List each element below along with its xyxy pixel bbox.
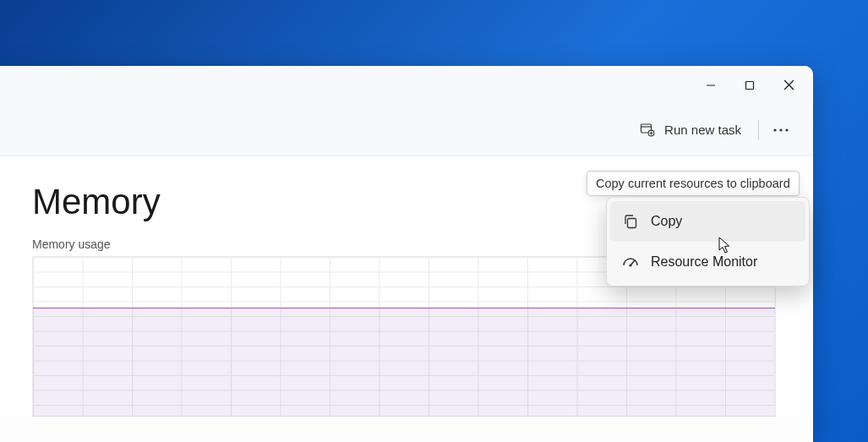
toolbar-divider	[758, 120, 759, 140]
menu-item-copy-label: Copy	[651, 214, 682, 229]
toolbar: Run new task	[0, 104, 813, 156]
svg-point-9	[773, 128, 776, 131]
close-icon	[783, 79, 794, 90]
menu-item-resource-monitor-label: Resource Monitor	[651, 254, 757, 270]
run-task-icon	[639, 122, 656, 139]
svg-point-10	[779, 128, 782, 131]
svg-rect-1	[746, 81, 754, 89]
maximize-button[interactable]	[730, 68, 769, 102]
copy-icon	[622, 213, 639, 230]
more-icon	[773, 128, 789, 132]
chart-fill	[33, 308, 775, 417]
more-options-menu: Copy Resource Monitor	[606, 197, 810, 286]
close-button[interactable]	[769, 68, 808, 102]
minimize-button[interactable]	[691, 68, 730, 102]
titlebar	[0, 66, 813, 104]
gauge-icon	[622, 254, 639, 270]
run-new-task-button[interactable]: Run new task	[629, 115, 751, 145]
menu-item-copy[interactable]: Copy	[610, 201, 805, 242]
more-options-button[interactable]	[766, 115, 796, 145]
maximize-icon	[745, 80, 755, 90]
copy-tooltip: Copy current resources to clipboard	[587, 171, 800, 196]
run-new-task-label: Run new task	[664, 123, 741, 137]
svg-point-11	[785, 128, 788, 131]
menu-item-resource-monitor[interactable]: Resource Monitor	[610, 242, 805, 282]
svg-rect-12	[628, 219, 636, 228]
minimize-icon	[706, 80, 716, 90]
svg-line-14	[631, 260, 635, 265]
